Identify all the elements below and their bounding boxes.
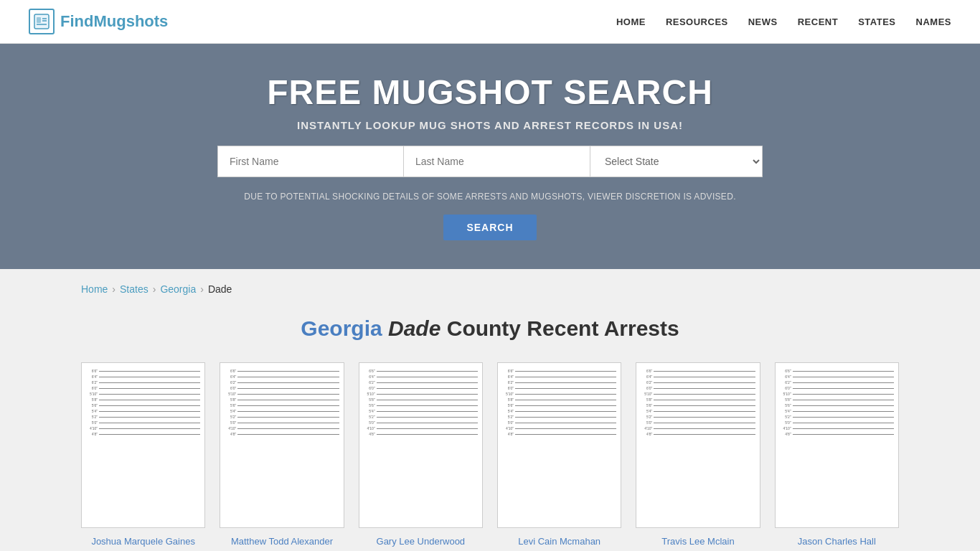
mugshot-card[interactable]: 6'6"6'4"6'2"6'0"5'10"5'8"5'6"5'4"5'2"5'0… [220,362,344,548]
nav-news[interactable]: NEWS [748,17,778,27]
breadcrumb-home[interactable]: Home [81,283,108,295]
logo-text: FindMugshots [60,12,168,31]
nav-recent[interactable]: RECENT [798,17,838,27]
last-name-input[interactable] [404,146,590,177]
mugshot-name: Gary Lee Underwood [359,535,483,548]
mugshot-name: Jason Charles Hall [775,535,899,548]
mugshot-card[interactable]: 6'6"6'4"6'2"6'0"5'10"5'8"5'6"5'4"5'2"5'0… [636,362,760,548]
nav-resources[interactable]: RESOURCES [666,17,728,27]
logo-icon [29,9,55,34]
heading-rest: County Recent Arrests [447,316,679,340]
page-heading: Georgia Dade County Recent Arrests [81,316,899,341]
nav-states[interactable]: STATES [858,17,895,27]
logo[interactable]: FindMugshots [29,9,168,34]
state-select[interactable]: Select State Alabama Alaska Arizona Arka… [590,146,763,177]
breadcrumb-state[interactable]: Georgia [160,283,196,295]
hero-title: FREE MUGSHOT SEARCH [14,72,966,112]
mugshot-card[interactable]: 6'6"6'4"6'2"6'0"5'10"5'8"5'6"5'4"5'2"5'0… [359,362,483,548]
mugshot-name: Travis Lee Mclain [636,535,760,548]
mugshot-card[interactable]: 6'6"6'4"6'2"6'0"5'10"5'8"5'6"5'4"5'2"5'0… [497,362,621,548]
first-name-input[interactable] [217,146,404,177]
mugshot-image: 6'6"6'4"6'2"6'0"5'10"5'8"5'6"5'4"5'2"5'0… [359,362,483,528]
mugshot-image: 6'6"6'4"6'2"6'0"5'10"5'8"5'6"5'4"5'2"5'0… [220,362,344,528]
separator-3: › [200,283,204,295]
header: FindMugshots HOME RESOURCES NEWS RECENT … [0,0,980,44]
disclaimer-text: DUE TO POTENTIAL SHOCKING DETAILS OF SOM… [14,192,966,202]
hero-section: FREE MUGSHOT SEARCH INSTANTLY LOOKUP MUG… [0,44,980,269]
separator-2: › [153,283,156,295]
mugshot-name: Levi Cain Mcmahan [497,535,621,548]
breadcrumb-states[interactable]: States [120,283,149,295]
main-content: Home › States › Georgia › Dade Georgia D… [60,269,920,551]
mugshot-image: 6'6"6'4"6'2"6'0"5'10"5'8"5'6"5'4"5'2"5'0… [81,362,205,528]
separator-1: › [112,283,116,295]
mugshot-image: 6'6"6'4"6'2"6'0"5'10"5'8"5'6"5'4"5'2"5'0… [497,362,621,528]
mugshot-image: 6'6"6'4"6'2"6'0"5'10"5'8"5'6"5'4"5'2"5'0… [775,362,899,528]
mugshot-card[interactable]: 6'6"6'4"6'2"6'0"5'10"5'8"5'6"5'4"5'2"5'0… [775,362,899,548]
mugshot-name: Joshua Marquele Gaines [81,535,205,548]
search-form: Select State Alabama Alaska Arizona Arka… [14,146,966,177]
mugshot-image: 6'6"6'4"6'2"6'0"5'10"5'8"5'6"5'4"5'2"5'0… [636,362,760,528]
heading-state: Georgia [301,316,382,340]
mugshot-grid: 6'6"6'4"6'2"6'0"5'10"5'8"5'6"5'4"5'2"5'0… [81,362,899,548]
hero-subtitle: INSTANTLY LOOKUP MUG SHOTS AND ARREST RE… [14,119,966,131]
mugshot-name: Matthew Todd Alexander [220,535,344,548]
heading-county: Dade [388,316,440,340]
breadcrumb-current: Dade [208,283,232,295]
svg-rect-1 [37,17,41,23]
nav-home[interactable]: HOME [616,17,646,27]
breadcrumb: Home › States › Georgia › Dade [81,283,899,295]
nav-names[interactable]: NAMES [916,17,951,27]
search-button[interactable]: SEARCH [443,215,536,240]
mugshot-card[interactable]: 6'6"6'4"6'2"6'0"5'10"5'8"5'6"5'4"5'2"5'0… [81,362,205,548]
main-nav: HOME RESOURCES NEWS RECENT STATES NAMES [616,17,951,27]
